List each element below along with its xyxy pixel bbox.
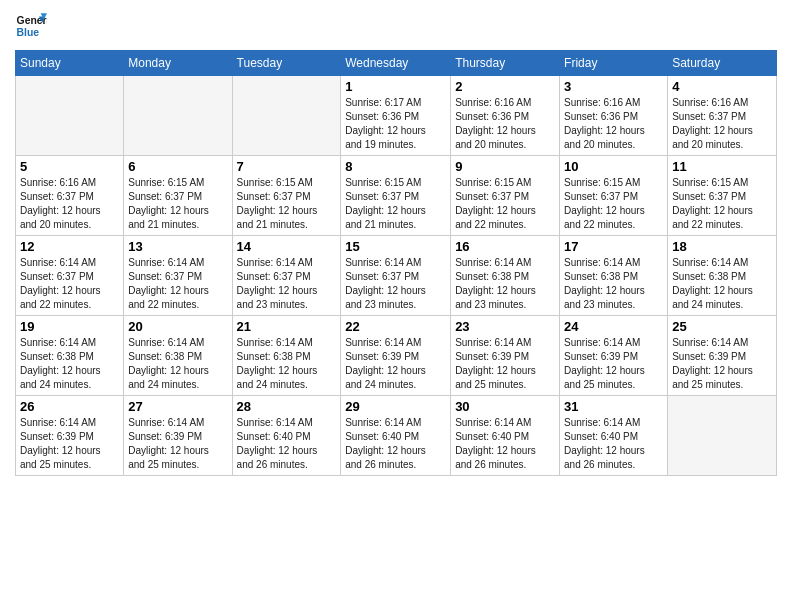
- day-number: 10: [564, 159, 663, 174]
- day-number: 17: [564, 239, 663, 254]
- day-info: Sunrise: 6:15 AM Sunset: 6:37 PM Dayligh…: [455, 176, 555, 232]
- day-number: 31: [564, 399, 663, 414]
- calendar-cell: 9Sunrise: 6:15 AM Sunset: 6:37 PM Daylig…: [451, 156, 560, 236]
- day-number: 30: [455, 399, 555, 414]
- weekday-header-sunday: Sunday: [16, 51, 124, 76]
- day-number: 1: [345, 79, 446, 94]
- day-info: Sunrise: 6:16 AM Sunset: 6:36 PM Dayligh…: [564, 96, 663, 152]
- day-info: Sunrise: 6:16 AM Sunset: 6:37 PM Dayligh…: [672, 96, 772, 152]
- calendar-cell: 1Sunrise: 6:17 AM Sunset: 6:36 PM Daylig…: [341, 76, 451, 156]
- day-info: Sunrise: 6:14 AM Sunset: 6:37 PM Dayligh…: [237, 256, 337, 312]
- day-info: Sunrise: 6:15 AM Sunset: 6:37 PM Dayligh…: [672, 176, 772, 232]
- day-info: Sunrise: 6:14 AM Sunset: 6:38 PM Dayligh…: [564, 256, 663, 312]
- calendar-cell: 2Sunrise: 6:16 AM Sunset: 6:36 PM Daylig…: [451, 76, 560, 156]
- calendar-table: SundayMondayTuesdayWednesdayThursdayFrid…: [15, 50, 777, 476]
- day-info: Sunrise: 6:15 AM Sunset: 6:37 PM Dayligh…: [345, 176, 446, 232]
- calendar-cell: [668, 396, 777, 476]
- day-info: Sunrise: 6:16 AM Sunset: 6:37 PM Dayligh…: [20, 176, 119, 232]
- calendar-cell: 7Sunrise: 6:15 AM Sunset: 6:37 PM Daylig…: [232, 156, 341, 236]
- day-info: Sunrise: 6:14 AM Sunset: 6:39 PM Dayligh…: [564, 336, 663, 392]
- day-info: Sunrise: 6:14 AM Sunset: 6:38 PM Dayligh…: [20, 336, 119, 392]
- calendar-cell: 22Sunrise: 6:14 AM Sunset: 6:39 PM Dayli…: [341, 316, 451, 396]
- day-info: Sunrise: 6:14 AM Sunset: 6:39 PM Dayligh…: [128, 416, 227, 472]
- day-info: Sunrise: 6:14 AM Sunset: 6:39 PM Dayligh…: [455, 336, 555, 392]
- day-info: Sunrise: 6:14 AM Sunset: 6:40 PM Dayligh…: [564, 416, 663, 472]
- calendar-cell: 28Sunrise: 6:14 AM Sunset: 6:40 PM Dayli…: [232, 396, 341, 476]
- day-info: Sunrise: 6:14 AM Sunset: 6:39 PM Dayligh…: [345, 336, 446, 392]
- day-info: Sunrise: 6:15 AM Sunset: 6:37 PM Dayligh…: [128, 176, 227, 232]
- calendar-cell: [124, 76, 232, 156]
- day-number: 28: [237, 399, 337, 414]
- day-number: 8: [345, 159, 446, 174]
- header: General Blue: [15, 10, 777, 42]
- calendar-cell: 11Sunrise: 6:15 AM Sunset: 6:37 PM Dayli…: [668, 156, 777, 236]
- day-number: 24: [564, 319, 663, 334]
- calendar-cell: 3Sunrise: 6:16 AM Sunset: 6:36 PM Daylig…: [560, 76, 668, 156]
- calendar-cell: 4Sunrise: 6:16 AM Sunset: 6:37 PM Daylig…: [668, 76, 777, 156]
- day-info: Sunrise: 6:14 AM Sunset: 6:40 PM Dayligh…: [455, 416, 555, 472]
- day-info: Sunrise: 6:15 AM Sunset: 6:37 PM Dayligh…: [564, 176, 663, 232]
- day-number: 14: [237, 239, 337, 254]
- weekday-header-saturday: Saturday: [668, 51, 777, 76]
- calendar-cell: 12Sunrise: 6:14 AM Sunset: 6:37 PM Dayli…: [16, 236, 124, 316]
- week-row-2: 5Sunrise: 6:16 AM Sunset: 6:37 PM Daylig…: [16, 156, 777, 236]
- day-info: Sunrise: 6:14 AM Sunset: 6:38 PM Dayligh…: [672, 256, 772, 312]
- calendar-cell: 25Sunrise: 6:14 AM Sunset: 6:39 PM Dayli…: [668, 316, 777, 396]
- calendar-cell: 13Sunrise: 6:14 AM Sunset: 6:37 PM Dayli…: [124, 236, 232, 316]
- day-number: 2: [455, 79, 555, 94]
- day-number: 15: [345, 239, 446, 254]
- day-number: 13: [128, 239, 227, 254]
- calendar-cell: [232, 76, 341, 156]
- day-number: 12: [20, 239, 119, 254]
- calendar-cell: 17Sunrise: 6:14 AM Sunset: 6:38 PM Dayli…: [560, 236, 668, 316]
- day-number: 7: [237, 159, 337, 174]
- weekday-header-row: SundayMondayTuesdayWednesdayThursdayFrid…: [16, 51, 777, 76]
- day-number: 23: [455, 319, 555, 334]
- day-info: Sunrise: 6:14 AM Sunset: 6:37 PM Dayligh…: [128, 256, 227, 312]
- weekday-header-tuesday: Tuesday: [232, 51, 341, 76]
- calendar-cell: 14Sunrise: 6:14 AM Sunset: 6:37 PM Dayli…: [232, 236, 341, 316]
- day-number: 20: [128, 319, 227, 334]
- day-number: 16: [455, 239, 555, 254]
- weekday-header-wednesday: Wednesday: [341, 51, 451, 76]
- day-number: 11: [672, 159, 772, 174]
- calendar-cell: 16Sunrise: 6:14 AM Sunset: 6:38 PM Dayli…: [451, 236, 560, 316]
- day-number: 27: [128, 399, 227, 414]
- calendar-cell: 10Sunrise: 6:15 AM Sunset: 6:37 PM Dayli…: [560, 156, 668, 236]
- day-number: 3: [564, 79, 663, 94]
- day-number: 19: [20, 319, 119, 334]
- calendar-cell: [16, 76, 124, 156]
- weekday-header-thursday: Thursday: [451, 51, 560, 76]
- day-info: Sunrise: 6:14 AM Sunset: 6:37 PM Dayligh…: [20, 256, 119, 312]
- calendar-cell: 6Sunrise: 6:15 AM Sunset: 6:37 PM Daylig…: [124, 156, 232, 236]
- day-info: Sunrise: 6:14 AM Sunset: 6:37 PM Dayligh…: [345, 256, 446, 312]
- calendar-cell: 26Sunrise: 6:14 AM Sunset: 6:39 PM Dayli…: [16, 396, 124, 476]
- calendar-cell: 18Sunrise: 6:14 AM Sunset: 6:38 PM Dayli…: [668, 236, 777, 316]
- day-info: Sunrise: 6:14 AM Sunset: 6:40 PM Dayligh…: [237, 416, 337, 472]
- weekday-header-friday: Friday: [560, 51, 668, 76]
- day-number: 29: [345, 399, 446, 414]
- day-info: Sunrise: 6:14 AM Sunset: 6:38 PM Dayligh…: [237, 336, 337, 392]
- calendar-cell: 30Sunrise: 6:14 AM Sunset: 6:40 PM Dayli…: [451, 396, 560, 476]
- calendar-cell: 23Sunrise: 6:14 AM Sunset: 6:39 PM Dayli…: [451, 316, 560, 396]
- day-number: 22: [345, 319, 446, 334]
- day-info: Sunrise: 6:14 AM Sunset: 6:38 PM Dayligh…: [128, 336, 227, 392]
- day-number: 9: [455, 159, 555, 174]
- day-number: 18: [672, 239, 772, 254]
- calendar-cell: 5Sunrise: 6:16 AM Sunset: 6:37 PM Daylig…: [16, 156, 124, 236]
- calendar-cell: 21Sunrise: 6:14 AM Sunset: 6:38 PM Dayli…: [232, 316, 341, 396]
- calendar-cell: 27Sunrise: 6:14 AM Sunset: 6:39 PM Dayli…: [124, 396, 232, 476]
- day-number: 21: [237, 319, 337, 334]
- day-info: Sunrise: 6:14 AM Sunset: 6:40 PM Dayligh…: [345, 416, 446, 472]
- day-number: 4: [672, 79, 772, 94]
- day-number: 26: [20, 399, 119, 414]
- calendar-cell: 20Sunrise: 6:14 AM Sunset: 6:38 PM Dayli…: [124, 316, 232, 396]
- week-row-1: 1Sunrise: 6:17 AM Sunset: 6:36 PM Daylig…: [16, 76, 777, 156]
- week-row-4: 19Sunrise: 6:14 AM Sunset: 6:38 PM Dayli…: [16, 316, 777, 396]
- calendar-cell: 31Sunrise: 6:14 AM Sunset: 6:40 PM Dayli…: [560, 396, 668, 476]
- day-info: Sunrise: 6:14 AM Sunset: 6:39 PM Dayligh…: [672, 336, 772, 392]
- logo-icon: General Blue: [15, 10, 47, 42]
- calendar-cell: 19Sunrise: 6:14 AM Sunset: 6:38 PM Dayli…: [16, 316, 124, 396]
- day-info: Sunrise: 6:15 AM Sunset: 6:37 PM Dayligh…: [237, 176, 337, 232]
- day-number: 5: [20, 159, 119, 174]
